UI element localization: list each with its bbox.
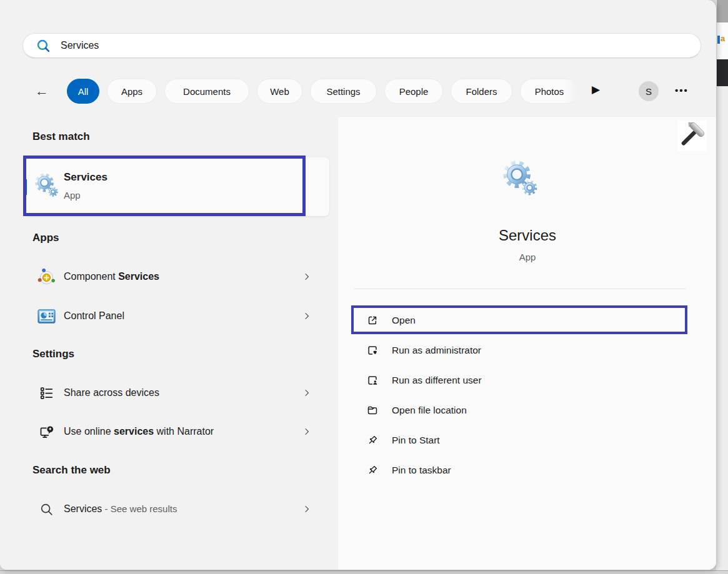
- narrator-icon: [36, 424, 56, 440]
- action-open[interactable]: Open: [354, 307, 686, 334]
- desktop-dark-fragment: [717, 59, 728, 86]
- desktop-icon-fragment: [717, 36, 720, 44]
- services-gears-icon: [34, 172, 60, 199]
- tab-folders[interactable]: Folders: [451, 79, 512, 104]
- services-gears-icon: [501, 159, 540, 198]
- chevron-right-icon[interactable]: [302, 272, 312, 282]
- tab-people[interactable]: People: [384, 79, 443, 104]
- search-input[interactable]: [61, 40, 623, 51]
- preview-divider: [354, 289, 686, 289]
- result-label: Component Services: [64, 271, 159, 282]
- tabs-overflow-icon[interactable]: ▶: [592, 83, 600, 96]
- action-pin-to-start[interactable]: Pin to Start: [354, 427, 686, 453]
- section-header-apps: Apps: [32, 232, 59, 244]
- tab-web[interactable]: Web: [257, 79, 302, 104]
- action-label: Pin to Start: [392, 435, 440, 446]
- preview-subtitle: App: [338, 252, 717, 262]
- action-label: Open file location: [392, 405, 467, 416]
- chevron-right-icon[interactable]: [302, 388, 312, 398]
- result-label: Use online services with Narrator: [64, 426, 214, 437]
- action-pin-to-taskbar[interactable]: Pin to taskbar: [354, 457, 686, 483]
- selection-accent-bar: [24, 179, 27, 195]
- chevron-right-icon[interactable]: [302, 311, 312, 321]
- open-external-icon: [366, 314, 379, 327]
- pin-icon: [366, 434, 379, 447]
- taskbar-edge: [0, 570, 728, 574]
- result-label: Control Panel: [64, 310, 124, 322]
- section-header-best-match: Best match: [32, 131, 90, 143]
- action-run-as-administrator[interactable]: Run as administrator: [354, 337, 686, 364]
- search-flyout-window: ← All Apps Documents Web Settings People…: [0, 0, 717, 570]
- preview-title: Services: [338, 227, 717, 244]
- action-label: Run as administrator: [392, 345, 481, 356]
- chevron-right-icon[interactable]: [302, 427, 312, 437]
- control-panel-icon: [36, 307, 56, 326]
- share-across-devices-icon: [36, 385, 56, 401]
- tab-documents[interactable]: Documents: [164, 79, 249, 104]
- account-avatar[interactable]: S: [639, 81, 659, 101]
- result-share-across-devices[interactable]: Share across devices: [24, 379, 329, 407]
- result-use-online-services-narrator[interactable]: Use online services with Narrator: [24, 418, 329, 445]
- web-search-icon: [36, 502, 56, 517]
- action-label: Run as different user: [392, 375, 482, 386]
- desktop-window-fragment: [717, 0, 728, 22]
- hammer-icon: [677, 121, 707, 151]
- run-as-different-user-icon: [366, 374, 379, 387]
- chevron-right-icon[interactable]: [302, 504, 312, 514]
- result-services-best-match[interactable]: [24, 157, 329, 216]
- pin-icon: [366, 464, 379, 477]
- best-match-title: Services: [64, 171, 107, 184]
- desktop-text-fragment: a: [721, 34, 725, 43]
- result-component-services[interactable]: Component Services: [24, 263, 329, 290]
- more-options-icon[interactable]: •••: [675, 85, 689, 96]
- section-header-settings: Settings: [32, 348, 74, 360]
- search-bar[interactable]: [22, 33, 701, 58]
- folder-icon: [366, 404, 379, 417]
- action-open-file-location[interactable]: Open file location: [354, 397, 686, 423]
- back-arrow-icon[interactable]: ←: [35, 82, 49, 100]
- action-label: Pin to taskbar: [392, 465, 451, 476]
- result-control-panel[interactable]: Control Panel: [24, 302, 329, 330]
- action-run-as-different-user[interactable]: Run as different user: [354, 367, 686, 393]
- result-label: Services - See web results: [64, 503, 177, 515]
- tab-settings[interactable]: Settings: [310, 79, 377, 104]
- component-services-icon: [36, 267, 56, 287]
- action-label: Open: [392, 315, 416, 326]
- run-as-administrator-icon: [366, 344, 379, 357]
- result-label: Share across devices: [64, 387, 159, 398]
- tab-all[interactable]: All: [67, 79, 99, 104]
- tab-scroll-fade: [564, 77, 591, 105]
- search-icon: [36, 39, 51, 53]
- tab-apps[interactable]: Apps: [107, 79, 157, 104]
- section-header-search-the-web: Search the web: [32, 464, 111, 477]
- result-web-search-services[interactable]: Services - See web results: [24, 495, 329, 523]
- best-match-subtitle: App: [64, 190, 81, 200]
